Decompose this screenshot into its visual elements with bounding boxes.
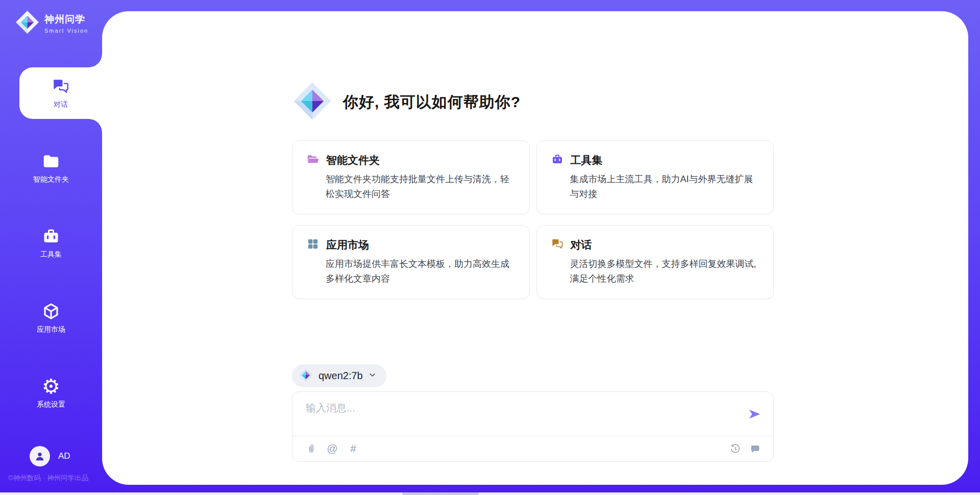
user-name: AD bbox=[58, 451, 70, 461]
card-description: 灵活切换多模型文件，支持多样回复效果调试, 满足个性化需求 bbox=[570, 257, 760, 286]
card-app-market[interactable]: 应用市场 应用市场提供丰富长文本模板，助力高效生成多样化文章内容 bbox=[292, 225, 530, 299]
card-chat[interactable]: 对话 灵活切换多模型文件，支持多样回复效果调试, 满足个性化需求 bbox=[536, 225, 774, 299]
sidebar-item-label: 工具集 bbox=[40, 250, 62, 259]
brand-name: 神州问学 bbox=[44, 13, 88, 26]
card-description: 应用市场提供丰富长文本模板，助力高效生成多样化文章内容 bbox=[326, 257, 515, 286]
model-diamond-icon bbox=[299, 368, 313, 384]
brand-text: 神州问学 Smart Vision bbox=[44, 13, 88, 34]
sidebar-item-label: 智能文件夹 bbox=[33, 175, 69, 184]
copyright-text: ©神州数码 · 神州问学出品 bbox=[8, 474, 100, 483]
folder-icon bbox=[42, 152, 60, 170]
brand-logo: 神州问学 Smart Vision bbox=[15, 10, 88, 36]
brand-subtitle: Smart Vision bbox=[44, 28, 88, 34]
assistant-diamond-icon bbox=[293, 82, 332, 122]
composer-tools-right bbox=[729, 442, 761, 455]
model-selector[interactable]: qwen2:7b bbox=[292, 364, 386, 387]
composer-divider bbox=[292, 436, 773, 436]
folder-open-icon bbox=[307, 153, 319, 167]
greeting-title: 你好, 我可以如何帮助你? bbox=[343, 92, 521, 113]
sidebar-item-toolset[interactable]: 工具集 bbox=[0, 217, 102, 269]
avatar bbox=[30, 446, 50, 466]
greeting-row: 你好, 我可以如何帮助你? bbox=[293, 82, 521, 122]
attachment-icon[interactable] bbox=[305, 442, 317, 455]
send-button[interactable] bbox=[747, 406, 762, 422]
mention-icon[interactable]: @ bbox=[326, 442, 338, 455]
feature-cards: 智能文件夹 智能文件夹功能支持批量文件上传与清洗，轻松实现文件问答 工具集 集成… bbox=[292, 140, 774, 299]
card-title: 应用市场 bbox=[326, 238, 369, 252]
card-title: 对话 bbox=[571, 238, 592, 252]
sidebar-item-label: 对话 bbox=[54, 100, 68, 109]
message-input[interactable] bbox=[306, 401, 724, 432]
briefcase-icon bbox=[551, 153, 564, 167]
sidebar-item-label: 应用市场 bbox=[37, 325, 65, 334]
chat-icon bbox=[551, 238, 564, 252]
user-profile[interactable]: AD bbox=[30, 446, 70, 466]
chat-icon bbox=[52, 77, 70, 95]
sidebar-item-chat[interactable]: 对话 bbox=[19, 67, 102, 119]
horizontal-scrollbar[interactable] bbox=[0, 492, 980, 495]
toolbox-icon bbox=[42, 227, 60, 245]
cube-icon bbox=[42, 302, 60, 320]
card-description: 智能文件夹功能支持批量文件上传与清洗，轻松实现文件问答 bbox=[326, 172, 515, 202]
sidebar-item-smart-folder[interactable]: 智能文件夹 bbox=[0, 142, 102, 194]
sidebar-item-app-market[interactable]: 应用市场 bbox=[0, 292, 102, 344]
composer-tools-left: @ # bbox=[305, 442, 359, 455]
grid-icon bbox=[307, 238, 319, 252]
scrollbar-thumb[interactable] bbox=[402, 492, 479, 495]
hashtag-icon[interactable]: # bbox=[347, 442, 359, 455]
model-name: qwen2:7b bbox=[318, 370, 363, 382]
card-description: 集成市场上主流工具，助力AI与外界无缝扩展与对接 bbox=[570, 172, 760, 202]
card-title: 工具集 bbox=[571, 153, 603, 167]
sidebar-item-settings[interactable]: ⚙ 系统设置 bbox=[0, 367, 102, 419]
app-background: 神州问学 Smart Vision 对话 智能文件夹 bbox=[0, 0, 980, 495]
message-composer: @ # bbox=[292, 391, 774, 462]
card-smart-folder[interactable]: 智能文件夹 智能文件夹功能支持批量文件上传与清洗，轻松实现文件问答 bbox=[292, 140, 530, 214]
gear-icon: ⚙ bbox=[42, 377, 60, 395]
card-title: 智能文件夹 bbox=[326, 153, 380, 167]
card-toolset[interactable]: 工具集 集成市场上主流工具，助力AI与外界无缝扩展与对接 bbox=[536, 140, 774, 214]
sidebar-item-label: 系统设置 bbox=[37, 400, 65, 409]
history-icon[interactable] bbox=[729, 442, 741, 455]
chat-bubble-icon[interactable] bbox=[749, 442, 761, 455]
chevron-down-icon bbox=[369, 371, 376, 381]
brand-diamond-icon bbox=[15, 10, 39, 36]
sidebar: 神州问学 Smart Vision 对话 智能文件夹 bbox=[0, 0, 102, 495]
